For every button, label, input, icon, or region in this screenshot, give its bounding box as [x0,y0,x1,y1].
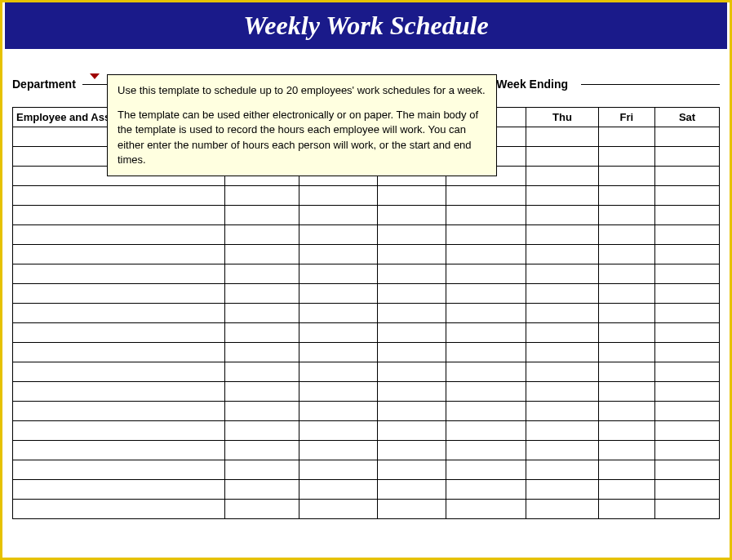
cell-day[interactable] [378,264,446,284]
cell-day[interactable] [299,382,377,402]
cell-day[interactable] [598,167,654,186]
cell-day[interactable] [378,441,446,460]
cell-day[interactable] [225,480,299,500]
week-ending-field[interactable] [581,84,720,85]
cell-day[interactable] [598,460,654,480]
cell-day[interactable] [299,402,377,421]
cell-day[interactable] [378,382,446,402]
cell-day[interactable] [446,500,526,519]
cell-day[interactable] [526,441,599,460]
cell-day[interactable] [225,245,299,264]
cell-day[interactable] [299,343,377,362]
cell-day[interactable] [598,382,654,402]
cell-day[interactable] [446,245,526,264]
comment-indicator-icon[interactable] [90,73,100,79]
cell-day[interactable] [526,460,599,480]
cell-day[interactable] [598,343,654,362]
cell-day[interactable] [299,225,377,245]
cell-day[interactable] [526,127,599,147]
cell-day[interactable] [654,500,719,519]
cell-day[interactable] [446,362,526,382]
cell-day[interactable] [225,284,299,304]
cell-employee[interactable] [13,421,225,441]
cell-employee[interactable] [13,225,225,245]
cell-day[interactable] [598,264,654,284]
cell-employee[interactable] [13,245,225,264]
cell-day[interactable] [225,323,299,343]
cell-employee[interactable] [13,382,225,402]
cell-day[interactable] [598,402,654,421]
cell-day[interactable] [654,304,719,323]
cell-day[interactable] [225,402,299,421]
cell-day[interactable] [598,500,654,519]
cell-day[interactable] [225,382,299,402]
cell-day[interactable] [225,343,299,362]
cell-day[interactable] [378,245,446,264]
cell-day[interactable] [526,362,599,382]
cell-day[interactable] [598,127,654,147]
cell-day[interactable] [654,264,719,284]
cell-day[interactable] [299,186,377,206]
cell-day[interactable] [225,460,299,480]
cell-day[interactable] [654,382,719,402]
cell-day[interactable] [446,264,526,284]
cell-day[interactable] [225,362,299,382]
cell-day[interactable] [446,343,526,362]
cell-day[interactable] [526,402,599,421]
cell-day[interactable] [654,284,719,304]
cell-day[interactable] [598,186,654,206]
cell-day[interactable] [225,500,299,519]
cell-day[interactable] [299,421,377,441]
cell-day[interactable] [378,225,446,245]
cell-day[interactable] [598,323,654,343]
cell-day[interactable] [526,167,599,186]
cell-employee[interactable] [13,480,225,500]
cell-day[interactable] [378,284,446,304]
cell-day[interactable] [378,186,446,206]
cell-day[interactable] [598,206,654,225]
cell-day[interactable] [299,323,377,343]
cell-day[interactable] [299,245,377,264]
cell-day[interactable] [654,441,719,460]
cell-day[interactable] [654,127,719,147]
cell-day[interactable] [526,245,599,264]
cell-day[interactable] [526,206,599,225]
cell-day[interactable] [299,304,377,323]
cell-day[interactable] [446,480,526,500]
cell-day[interactable] [299,480,377,500]
cell-day[interactable] [446,323,526,343]
cell-day[interactable] [526,323,599,343]
cell-day[interactable] [598,284,654,304]
cell-day[interactable] [526,304,599,323]
cell-day[interactable] [526,186,599,206]
cell-day[interactable] [526,500,599,519]
cell-employee[interactable] [13,206,225,225]
cell-day[interactable] [654,147,719,167]
cell-employee[interactable] [13,186,225,206]
cell-day[interactable] [598,304,654,323]
cell-day[interactable] [598,480,654,500]
cell-day[interactable] [378,362,446,382]
cell-day[interactable] [299,500,377,519]
cell-day[interactable] [225,186,299,206]
cell-day[interactable] [598,245,654,264]
cell-employee[interactable] [13,343,225,362]
cell-day[interactable] [654,362,719,382]
cell-day[interactable] [526,382,599,402]
cell-day[interactable] [446,402,526,421]
cell-day[interactable] [526,147,599,167]
cell-day[interactable] [299,206,377,225]
cell-day[interactable] [654,206,719,225]
cell-day[interactable] [446,206,526,225]
cell-day[interactable] [526,264,599,284]
cell-day[interactable] [446,421,526,441]
cell-day[interactable] [654,167,719,186]
cell-day[interactable] [225,206,299,225]
cell-day[interactable] [654,245,719,264]
cell-day[interactable] [378,480,446,500]
cell-day[interactable] [446,441,526,460]
cell-day[interactable] [654,421,719,441]
cell-day[interactable] [654,343,719,362]
cell-day[interactable] [526,284,599,304]
cell-employee[interactable] [13,500,225,519]
